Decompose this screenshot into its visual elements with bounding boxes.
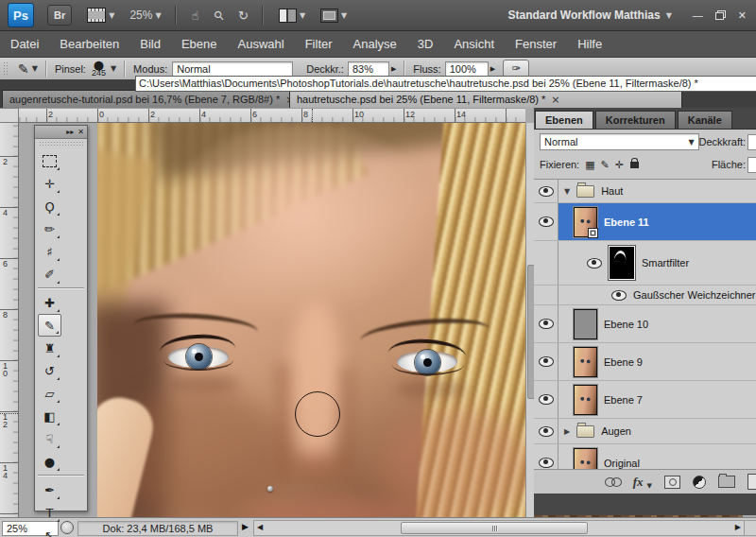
eye-icon[interactable] — [539, 426, 554, 437]
crop-tool[interactable]: ♯ — [38, 240, 61, 263]
lock-pixels-icon[interactable]: ✎ — [601, 159, 610, 171]
burn-tool[interactable]: ● — [38, 450, 61, 473]
close-icon[interactable]: ✕ — [77, 128, 84, 136]
layer-name[interactable]: Haut — [601, 185, 623, 197]
type-tool[interactable]: T — [38, 501, 61, 524]
menu-ebene[interactable]: Ebene — [171, 37, 228, 51]
layer-name[interactable]: Ebene 10 — [604, 319, 648, 330]
menu-datei[interactable]: Datei — [0, 37, 49, 51]
lock-all-icon[interactable] — [630, 162, 639, 168]
tab-kanaele[interactable]: Kanäle — [678, 111, 732, 129]
screen-mode-button[interactable]: ▼ — [320, 9, 347, 23]
menu-auswahl[interactable]: Auswahl — [228, 37, 295, 51]
healing-brush-tool[interactable]: ✚ — [38, 291, 61, 314]
path-selection-tool[interactable]: ↖ — [38, 524, 61, 537]
lock-transparency-icon[interactable]: ▦ — [585, 159, 594, 171]
tool-preset-picker[interactable]: ✎ ▼ — [18, 61, 38, 77]
menu-filter[interactable]: Filter — [295, 37, 343, 51]
smudge-tool[interactable]: ☟ — [38, 427, 61, 450]
view-extras-button[interactable]: ▼ — [87, 8, 114, 23]
rotate-view-button[interactable]: ↻ — [238, 9, 249, 23]
collapse-triangle-icon[interactable]: ▶ — [564, 427, 570, 436]
pen-tool[interactable]: ✒ — [38, 478, 61, 501]
layer-row-ebene9[interactable]: Ebene 9 — [534, 343, 756, 381]
menu-fenster[interactable]: Fenster — [505, 37, 567, 51]
workspace-switcher[interactable]: Standard Workflow Matthias▼ — [507, 9, 671, 22]
layer-thumbnail[interactable] — [574, 207, 597, 237]
restore-button[interactable] — [715, 10, 726, 20]
horizontal-scrollbar-thumb[interactable] — [401, 522, 588, 534]
menu-3d[interactable]: 3D — [407, 37, 444, 51]
scroll-right-icon[interactable]: ▶ — [735, 523, 741, 531]
layer-name[interactable]: Ebene 9 — [604, 356, 643, 368]
layer-row-haut[interactable]: ▼ Haut — [534, 180, 756, 203]
filter-name[interactable]: Gaußscher Weichzeichner — [633, 289, 755, 301]
layer-style-icon[interactable]: fx — [633, 475, 644, 490]
eye-icon[interactable] — [587, 258, 602, 268]
layer-row-ebene10[interactable]: Ebene 10 — [534, 305, 756, 343]
lock-position-icon[interactable]: ✛ — [615, 159, 624, 171]
opacity-spinner-icon[interactable]: ▶ — [391, 65, 396, 73]
clone-stamp-tool[interactable]: ♜ — [38, 337, 61, 359]
tab-hautretusche[interactable]: hautretusche.psd bei 25% (Ebene 11, Filt… — [289, 90, 682, 108]
visibility-cell[interactable] — [534, 305, 558, 342]
hand-tool-button[interactable]: ☝ — [192, 9, 199, 23]
options-grip[interactable] — [3, 61, 9, 77]
scroll-left-icon[interactable]: ◀ — [257, 523, 263, 531]
blend-mode-select[interactable]: Normal — [172, 61, 293, 77]
layer-name[interactable]: Ebene 7 — [604, 394, 643, 406]
layer-thumbnail[interactable] — [574, 448, 597, 471]
canvas-photo[interactable] — [97, 123, 525, 517]
lasso-tool[interactable]: Ϙ — [38, 195, 61, 217]
filter-mask-thumbnail[interactable] — [609, 246, 635, 280]
tab-close-icon[interactable]: × — [551, 94, 559, 106]
flow-field[interactable]: 100% — [445, 61, 489, 77]
ruler-left[interactable]: 24681 01 21 4 — [0, 123, 19, 517]
eraser-tool[interactable]: ▱ — [38, 382, 61, 405]
arrange-documents-button[interactable]: ▼ — [279, 9, 305, 23]
fill-field[interactable] — [747, 157, 756, 173]
expand-triangle-icon[interactable]: ▼ — [564, 187, 570, 196]
toolbox-grip[interactable] — [39, 141, 83, 147]
layer-row-gauss[interactable]: Gaußscher Weichzeichner — [534, 286, 756, 305]
visibility-cell[interactable] — [534, 381, 558, 418]
layer-thumbnail[interactable] — [574, 347, 597, 377]
ruler-top[interactable]: 202468101214 — [19, 108, 525, 123]
eyedropper-tool[interactable]: ✐ — [38, 263, 61, 286]
tab-korrekturen[interactable]: Korrekturen — [595, 111, 676, 129]
layer-name[interactable]: Smartfilter — [642, 257, 689, 268]
canvas-area[interactable] — [19, 123, 525, 517]
minimize-button[interactable]: — — [693, 9, 703, 21]
layer-thumbnail[interactable] — [574, 309, 597, 339]
link-layers-icon[interactable] — [605, 477, 621, 486]
layer-opacity-field[interactable] — [747, 134, 756, 150]
eye-icon[interactable] — [539, 319, 554, 329]
eye-icon[interactable] — [539, 458, 554, 468]
visibility-cell[interactable] — [534, 203, 558, 240]
layer-thumbnail[interactable] — [574, 385, 597, 415]
eye-icon[interactable] — [539, 394, 554, 405]
tab-augenretusche[interactable]: augenretusche-tutorial.psd bei 16,7% (Eb… — [2, 90, 297, 108]
move-tool[interactable]: ✛ — [38, 172, 61, 195]
layer-name[interactable]: Original — [604, 458, 640, 469]
layer-row-smartfilter[interactable]: Smartfilter — [534, 241, 756, 286]
blend-mode-select[interactable]: Normal ▼ — [540, 133, 699, 150]
brush-preview[interactable]: ● 245 — [92, 61, 106, 78]
menu-bild[interactable]: Bild — [129, 37, 171, 51]
collapse-panel-icon[interactable]: ▸▸ — [66, 128, 74, 136]
layer-row-original[interactable]: Original — [534, 444, 756, 470]
status-doc-size[interactable]: Dok: 23,4 MB/168,5 MB — [77, 521, 238, 536]
launch-bridge-button[interactable]: Br — [47, 5, 72, 26]
zoom-tool-button[interactable]: ⚲ — [211, 7, 227, 23]
layer-row-ebene11[interactable]: Ebene 11 — [534, 203, 756, 241]
eye-icon[interactable] — [539, 356, 554, 367]
status-menu-arrow-icon[interactable]: ▶ — [242, 522, 249, 531]
visibility-cell[interactable] — [534, 180, 558, 202]
add-layer-mask-icon[interactable] — [664, 476, 680, 489]
layer-name[interactable]: Augen — [601, 425, 631, 437]
gradient-tool[interactable]: ◧ — [38, 405, 61, 427]
layer-row-ebene7[interactable]: Ebene 7 — [534, 381, 756, 419]
tab-ebenen[interactable]: Ebenen — [535, 111, 593, 129]
flow-spinner-icon[interactable]: ▶ — [490, 65, 495, 73]
eye-icon[interactable] — [539, 186, 554, 197]
